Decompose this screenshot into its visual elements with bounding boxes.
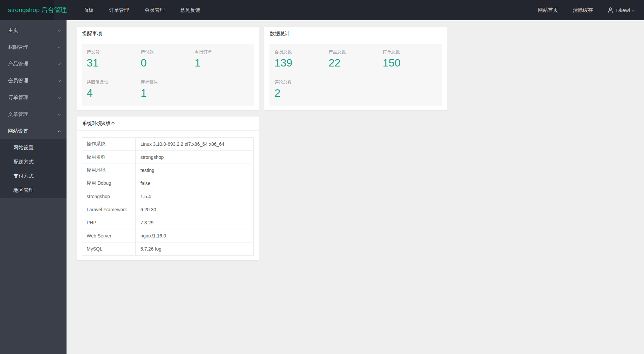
clear-cache-link[interactable]: 清除缓存 (565, 0, 600, 20)
system-env-card: 系统环境&版本 操作系统 Linux 3.10.0-693.2.2.el7.x8… (77, 117, 259, 260)
stat-total-products: 产品总数 22 (329, 49, 383, 69)
stat-value: 0 (141, 57, 195, 69)
system-env-table: 操作系统 Linux 3.10.0-693.2.2.el7.x86_64 x86… (82, 137, 254, 256)
stat-value: 150 (383, 57, 437, 69)
table-row: strongshop 1.5.4 (82, 190, 254, 203)
table-cell-value: testing (136, 164, 254, 177)
top-menu: 面板 订单管理 会员管理 意见反馈 (76, 0, 208, 20)
reminders-card: 提醒事项 待发货 31 待付款 0 (77, 27, 259, 110)
table-cell-key: 应用 Debug (82, 177, 136, 190)
table-cell-value: 7.3.29 (136, 216, 254, 229)
table-cell-key: PHP (82, 216, 136, 229)
table-cell-key: strongshop (82, 190, 136, 203)
sidebar-item-label: 权限管理 (8, 44, 28, 50)
sidebar-item-home[interactable]: 主页 (0, 22, 67, 39)
sidebar-item-permissions[interactable]: 权限管理 (0, 39, 67, 55)
sidebar-item-members[interactable]: 会员管理 (0, 72, 67, 89)
sidebar-item-label: 产品管理 (8, 61, 28, 67)
table-cell-value: Linux 3.10.0-693.2.2.el7.x86_64 x86_64 (136, 137, 254, 150)
table-row: 应用名称 strongshop (82, 150, 254, 164)
stat-stock-warning: 库存警告 1 (141, 79, 195, 99)
stat-total-members: 会员总数 139 (274, 49, 329, 69)
stat-pending-feedback: 待回复反馈 4 (87, 79, 141, 99)
top-menu-dashboard[interactable]: 面板 (76, 0, 101, 20)
totals-card-title: 数据总计 (264, 27, 447, 41)
top-menu-members[interactable]: 会员管理 (137, 0, 172, 20)
stat-total-comments: 评论总数 2 (274, 79, 329, 99)
site-home-link[interactable]: 网站首页 (530, 0, 565, 20)
table-cell-key: Laravel Framework (82, 203, 136, 216)
table-cell-value: 5.7.26-log (136, 242, 254, 255)
table-cell-key: 应用环境 (82, 164, 136, 177)
reminders-card-title: 提醒事项 (77, 27, 259, 41)
content-area: 提醒事项 待发货 31 待付款 0 (67, 20, 644, 354)
totals-card: 数据总计 会员总数 139 产品总数 22 (264, 27, 447, 110)
navbar-right: 网站首页 清除缓存 Dkewl (530, 0, 635, 20)
stat-value: 1 (141, 87, 195, 99)
table-cell-value: 6.20.30 (136, 203, 254, 216)
submenu-item-shipping[interactable]: 配送方式 (0, 155, 67, 169)
stat-label: 会员总数 (274, 49, 329, 55)
stat-label: 库存警告 (141, 79, 195, 85)
sidebar-item-articles[interactable]: 文章管理 (0, 106, 67, 123)
chevron-down-icon (58, 79, 61, 82)
system-env-card-title: 系统环境&版本 (77, 117, 259, 131)
top-menu-orders[interactable]: 订单管理 (101, 0, 137, 20)
chevron-down-icon (58, 45, 61, 48)
table-cell-key: Web Server (82, 229, 136, 242)
chevron-down-icon (58, 95, 61, 99)
stat-value: 31 (87, 57, 141, 69)
table-row: PHP 7.3.29 (82, 216, 254, 229)
chevron-down-icon (58, 28, 61, 32)
table-cell-value: 1.5.4 (136, 190, 254, 203)
sidebar: 主页 权限管理 产品管理 会员管理 订单管理 文章管理 (0, 20, 67, 354)
sidebar-item-label: 主页 (8, 27, 18, 34)
stat-label: 今日订单 (195, 49, 249, 55)
table-cell-value: strongshop (136, 150, 254, 164)
stat-label: 待发货 (87, 49, 141, 55)
stat-label: 评论总数 (274, 79, 329, 85)
stat-label: 待回复反馈 (87, 79, 141, 85)
sidebar-item-products[interactable]: 产品管理 (0, 55, 67, 72)
stat-today-orders: 今日订单 1 (195, 49, 249, 69)
table-row: 操作系统 Linux 3.10.0-693.2.2.el7.x86_64 x86… (82, 137, 254, 150)
brand-logo[interactable]: strongshop 后台管理 (0, 6, 72, 14)
username-label: Dkewl (616, 7, 630, 13)
stat-pending-payment: 待付款 0 (141, 49, 195, 69)
submenu-item-payment[interactable]: 支付方式 (0, 169, 67, 183)
stat-label: 产品总数 (329, 49, 383, 55)
sidebar-item-orders[interactable]: 订单管理 (0, 89, 67, 106)
table-cell-value: false (136, 177, 254, 190)
stat-label: 订单总数 (383, 49, 437, 55)
sidebar-item-site-settings[interactable]: 网站设置 (0, 123, 67, 139)
submenu-item-regions[interactable]: 地区管理 (0, 183, 67, 197)
stat-value: 22 (329, 57, 383, 69)
chevron-down-icon (58, 62, 61, 65)
chevron-up-icon (58, 130, 61, 134)
sidebar-item-label: 会员管理 (8, 78, 28, 84)
table-cell-key: MySQL (82, 242, 136, 255)
chevron-down-icon (632, 8, 635, 11)
stat-value: 2 (274, 87, 329, 99)
sidebar-item-label: 网站设置 (8, 128, 28, 134)
top-menu-feedback[interactable]: 意见反馈 (172, 0, 208, 20)
table-row: MySQL 5.7.26-log (82, 242, 254, 255)
sidebar-item-label: 订单管理 (8, 94, 28, 101)
stat-pending-shipment: 待发货 31 (87, 49, 141, 69)
sidebar-item-label: 文章管理 (8, 111, 28, 118)
totals-stats: 会员总数 139 产品总数 22 订单总数 150 (269, 44, 442, 106)
table-row: 应用 Debug false (82, 177, 254, 190)
stat-label: 待付款 (141, 49, 195, 55)
chevron-down-icon (58, 112, 61, 116)
top-navbar: strongshop 后台管理 面板 订单管理 会员管理 意见反馈 网站首页 清… (0, 0, 644, 20)
table-cell-value: nginx/1.16.0 (136, 229, 254, 242)
user-dropdown[interactable]: Dkewl (600, 0, 635, 20)
admin-app: strongshop 后台管理 面板 订单管理 会员管理 意见反馈 网站首页 清… (0, 0, 644, 354)
person-icon (607, 7, 614, 13)
stat-value: 1 (195, 57, 249, 69)
table-cell-key: 操作系统 (82, 137, 136, 150)
stat-total-orders: 订单总数 150 (383, 49, 437, 69)
site-settings-submenu: 网站设置 配送方式 支付方式 地区管理 (0, 139, 67, 198)
table-row: Web Server nginx/1.16.0 (82, 229, 254, 242)
submenu-item-site-settings[interactable]: 网站设置 (0, 141, 67, 155)
